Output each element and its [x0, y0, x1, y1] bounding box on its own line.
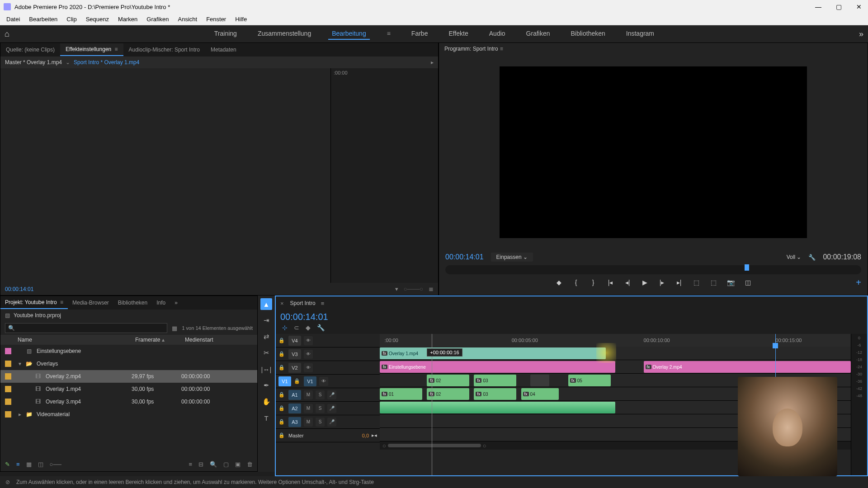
list-item[interactable]: ▸ 📁 Videomaterial — [0, 408, 257, 421]
trackhead-v3[interactable]: 🔒 V3 👁 — [276, 347, 380, 361]
clip-v1-01[interactable]: fx01 — [380, 388, 422, 400]
program-viewer[interactable] — [439, 55, 868, 250]
program-quality-dropdown[interactable]: Voll ⌄ — [787, 254, 802, 260]
project-list[interactable]: ▧ Einstellungsebene ▾ 📂 Overlays 🎞 Overl… — [0, 345, 257, 457]
lock-icon[interactable]: 🔒 — [278, 405, 286, 411]
ec-master-clip[interactable]: Master * Overlay 1.mp4 — [5, 59, 62, 66]
disclosure-icon[interactable]: ▾ — [15, 361, 25, 367]
toggle-output-v1[interactable]: 👁 — [319, 377, 328, 386]
pencil-icon[interactable]: ✎ — [5, 461, 10, 468]
play-button[interactable]: ▶ — [640, 278, 649, 287]
icon-view-icon[interactable]: ▦ — [26, 461, 32, 468]
header-framerate[interactable]: Framerate ▴ — [135, 337, 185, 343]
track-target-a2[interactable]: A2 — [288, 404, 301, 413]
clip-overlay1[interactable]: fxOverlay 1.mp4 — [380, 347, 606, 359]
source-patch-v1[interactable]: V1 — [278, 376, 291, 386]
clip-overlay2[interactable]: fxOverlay 2.mp4 — [644, 361, 851, 373]
lock-icon[interactable]: 🔒 — [278, 432, 286, 438]
list-item[interactable]: 🎞 Overlay 1.mp4 30,00 fps 00:00:00:00 — [0, 383, 257, 395]
timeline-tab[interactable]: Sport Intro — [287, 298, 319, 308]
list-item[interactable]: ▧ Einstellungsebene — [0, 345, 257, 357]
trackhead-a1[interactable]: 🔒 A1 M S 🎤 — [276, 388, 380, 402]
trackhead-v2[interactable]: 🔒 V2 👁 — [276, 361, 380, 375]
program-menu-icon[interactable]: ≡ — [500, 46, 503, 52]
label-swatch[interactable] — [5, 348, 11, 354]
track-target-v3[interactable]: V3 — [288, 349, 301, 359]
record-a3[interactable]: 🎤 — [327, 418, 336, 427]
track-target-v1[interactable]: V1 — [304, 376, 316, 386]
master-out-icon[interactable]: ▸◂ — [372, 432, 377, 438]
trackhead-v4[interactable]: 🔒 V4 👁 — [276, 334, 380, 347]
solo-a3[interactable]: S — [316, 418, 325, 427]
workspace-farbe[interactable]: Farbe — [408, 28, 432, 40]
label-swatch[interactable] — [5, 399, 11, 405]
selection-tool[interactable]: ▲ — [260, 298, 272, 310]
trackhead-v1[interactable]: V1 🔒 V1 👁 — [276, 375, 380, 388]
workspace-effekte[interactable]: Effekte — [445, 28, 472, 40]
razor-tool[interactable]: ✂ — [260, 347, 272, 359]
workspace-zusammenstellung[interactable]: Zusammenstellung — [254, 28, 315, 40]
trackhead-a2[interactable]: 🔒 A2 M S 🎤 — [276, 402, 380, 415]
ec-only-icon[interactable]: ≣ — [429, 286, 434, 292]
menu-grafiken[interactable]: Grafiken — [142, 14, 173, 24]
menu-hilfe[interactable]: Hilfe — [231, 14, 251, 24]
clip-audio[interactable] — [380, 402, 615, 413]
home-icon[interactable]: ⌂ — [5, 29, 9, 39]
search-input[interactable] — [18, 325, 164, 331]
find-icon[interactable]: 🔍 — [210, 461, 217, 468]
mark-out-button[interactable]: } — [589, 278, 598, 287]
timeline-timecode[interactable]: 00:00:14:01 — [280, 312, 328, 322]
snap-icon[interactable]: ⊹ — [282, 324, 288, 331]
menu-clip[interactable]: Clip — [62, 14, 81, 24]
lock-icon[interactable]: 🔒 — [278, 392, 286, 398]
ripple-edit-tool[interactable]: ⇄ — [260, 331, 272, 343]
list-item[interactable]: ▾ 📂 Overlays — [0, 357, 257, 370]
workspace-menu-icon[interactable]: ≡ — [383, 28, 394, 40]
trackhead-a3[interactable]: 🔒 A3 M S 🎤 — [276, 415, 380, 429]
linked-selection-icon[interactable]: ⊂ — [294, 324, 299, 331]
label-swatch[interactable] — [5, 411, 11, 418]
track-v3[interactable]: fxEinstellungsebene fxOverlay 2.mp4 — [380, 360, 851, 374]
ec-active-clip[interactable]: Sport Intro * Overlay 1.mp4 — [74, 59, 139, 66]
label-swatch[interactable] — [5, 373, 11, 380]
clip-v1-03[interactable]: fx03 — [474, 388, 516, 400]
clip-v2-03[interactable]: fx03 — [474, 375, 516, 386]
program-fit-dropdown[interactable]: Einpassen ⌄ — [491, 253, 533, 262]
tab-quelle[interactable]: Quelle: (keine Clips) — [0, 44, 60, 56]
ec-timecode[interactable]: 00:00:14:01 — [5, 286, 33, 292]
clip-v2-05[interactable]: fx05 — [568, 375, 611, 386]
close-tab-icon[interactable]: × — [280, 300, 284, 307]
new-bin-icon[interactable]: ▢ — [223, 461, 229, 468]
ec-scroll-handle[interactable]: ○───○ — [404, 286, 423, 292]
zoom-slider[interactable]: ○── — [50, 461, 61, 468]
export-frame-button[interactable]: 📷 — [726, 278, 735, 287]
record-a1[interactable]: 🎤 — [327, 390, 336, 399]
track-target-v4[interactable]: V4 — [288, 336, 301, 346]
freeform-view-icon[interactable]: ◫ — [38, 461, 43, 468]
lock-icon[interactable]: 🔒 — [278, 419, 286, 425]
mute-a3[interactable]: M — [304, 418, 313, 427]
program-timecode[interactable]: 00:00:14:01 — [445, 253, 484, 261]
header-medienstart[interactable]: Medienstart — [185, 337, 253, 343]
tab-bibliotheken[interactable]: Bibliotheken — [113, 297, 152, 309]
list-item[interactable]: 🎞 Overlay 3.mp4 30,00 fps 00:00:00:00 — [0, 395, 257, 408]
tab-info[interactable]: Info — [152, 297, 170, 309]
program-scrubber[interactable] — [445, 265, 861, 274]
clip-v2-gap[interactable] — [530, 375, 549, 386]
tab-metadaten[interactable]: Metadaten — [205, 44, 242, 56]
track-target-a1[interactable]: A1 — [288, 390, 301, 400]
toggle-output-v2[interactable]: 👁 — [304, 363, 313, 372]
project-menu-icon[interactable]: ≡ — [60, 299, 63, 305]
automate-icon[interactable]: ⊟ — [198, 461, 203, 468]
workspace-grafiken[interactable]: Grafiken — [523, 28, 554, 40]
scroll-thumb[interactable] — [388, 444, 481, 447]
lock-icon[interactable]: 🔒 — [294, 378, 301, 384]
type-tool[interactable]: T — [260, 412, 272, 424]
add-marker-button[interactable]: ◆ — [554, 278, 563, 287]
menu-sequenz[interactable]: Sequenz — [81, 14, 113, 24]
timeline-menu-icon[interactable]: ≡ — [321, 300, 325, 307]
clip-v1-02[interactable]: fx02 — [427, 388, 469, 400]
new-item-icon[interactable]: ▣ — [235, 461, 241, 468]
step-forward-button[interactable]: |▸ — [657, 278, 666, 287]
track-v4[interactable]: fxOverlay 1.mp4 +00:00:00:16 — [380, 347, 851, 360]
